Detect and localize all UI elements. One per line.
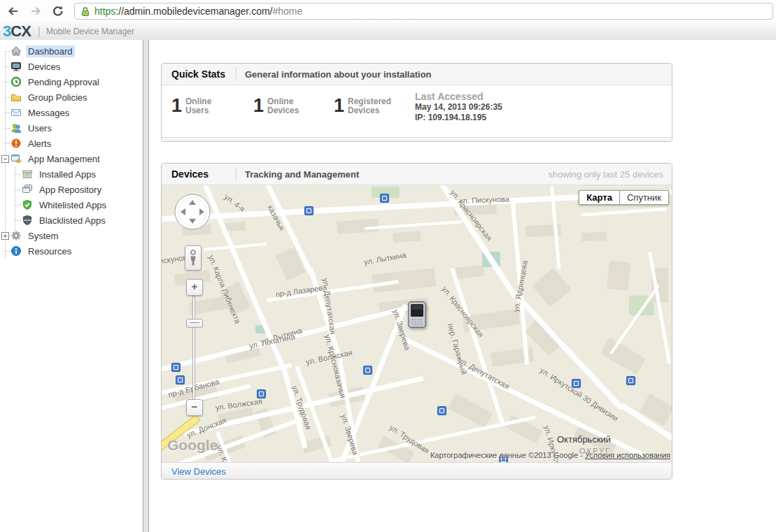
panel-subtitle: Tracking and Management <box>245 169 359 180</box>
zoom-out-button[interactable]: − <box>186 399 203 416</box>
sidebar-item-system[interactable]: +System <box>0 228 143 243</box>
sidebar-item-label: Whitelisted Apps <box>37 199 108 211</box>
quick-stats-header: Quick Stats General information about yo… <box>162 64 672 85</box>
last-accessed-datetime: May 14, 2013 09:26:35 <box>415 102 502 113</box>
transit-stop-icon <box>626 376 635 385</box>
address-bar[interactable]: https://admin.mobiledevicemanager.com/#h… <box>74 3 773 20</box>
sidebar-item-alerts[interactable]: Alerts <box>0 136 143 151</box>
stat-value: 1 <box>253 96 264 115</box>
street-view-pegman-icon[interactable] <box>185 245 202 271</box>
sidebar-item-resources[interactable]: Resources <box>0 243 143 259</box>
zoom-slider-track[interactable] <box>192 296 195 402</box>
map-road <box>365 220 463 230</box>
clock-icon <box>10 76 22 88</box>
sidebar-item-label: Alerts <box>26 138 53 150</box>
sidebar-item-messages[interactable]: Messages <box>0 105 143 120</box>
stat-label: OnlineDevices <box>267 97 299 115</box>
tree-connector <box>5 97 10 98</box>
collapse-icon[interactable]: − <box>1 155 9 163</box>
devices-panel: Devices Tracking and Management showing … <box>161 163 672 480</box>
stat-online-users: 1 OnlineUsers <box>171 96 211 115</box>
street-label: ул. Лыткина <box>363 250 407 266</box>
sidebar-item-users[interactable]: Users <box>0 120 143 136</box>
sidebar-item-whitelisted-apps[interactable]: Whitelisted Apps <box>0 197 143 213</box>
sidebar-item-installed-apps[interactable]: Installed Apps <box>0 166 143 182</box>
map-pan-control[interactable] <box>174 194 211 233</box>
devices-header: Devices Tracking and Management showing … <box>162 164 672 185</box>
url-host: ://admin.mobiledevicemanager.com/ <box>115 6 272 17</box>
quick-stats-panel: Quick Stats General information about yo… <box>161 63 672 142</box>
tree-connector <box>15 189 21 190</box>
sidebar-item-app-management[interactable]: −App Management <box>0 151 143 166</box>
back-icon[interactable] <box>4 2 22 20</box>
stat-registered-devices: 1 RegisteredDevices <box>334 96 391 115</box>
transit-stop-icon <box>304 206 313 215</box>
stat-online-devices: 1 OnlineDevices <box>253 96 299 115</box>
browser-toolbar: https://admin.mobiledevicemanager.com/#h… <box>0 0 776 23</box>
map-building <box>581 232 607 241</box>
url-scheme: https <box>94 6 115 17</box>
panel-title: Quick Stats <box>171 69 236 80</box>
panel-footer <box>162 137 672 142</box>
last-accessed-title: Last Accessed <box>415 91 502 102</box>
terms-link[interactable]: Условия использования <box>585 451 670 459</box>
device-marker-icon[interactable] <box>408 301 426 331</box>
quick-stats-body: 1 OnlineUsers 1 OnlineDevices 1 Register… <box>162 85 672 137</box>
forward-icon[interactable] <box>27 2 45 20</box>
map-type-map-button[interactable]: Карта <box>579 190 620 205</box>
expand-icon[interactable]: + <box>1 232 9 240</box>
transit-stop-icon <box>171 363 181 372</box>
stat-label: RegisteredDevices <box>348 97 391 115</box>
stat-value: 1 <box>171 96 182 115</box>
sidebar-item-app-repository[interactable]: App Repository <box>0 182 143 197</box>
tree-connector <box>5 128 10 129</box>
google-map[interactable]: ул. 4-яказачьяул. Пискуноваул. Пискунова… <box>162 185 672 462</box>
sidebar-item-label: Installed Apps <box>37 168 98 180</box>
sidebar-item-blacklisted-apps[interactable]: Blacklisted Apps <box>0 213 143 228</box>
sidebar-item-label: Messages <box>26 107 71 119</box>
tree-connector <box>5 143 10 144</box>
folder-icon <box>10 92 22 103</box>
map-building <box>393 231 421 243</box>
sidebar-item-pending-approval[interactable]: Pending Approval <box>0 74 143 89</box>
alert-icon <box>10 138 22 150</box>
tree-connector <box>5 66 10 67</box>
map-type-satellite-button[interactable]: Спутник <box>620 190 669 205</box>
logo-divider: | <box>38 25 41 38</box>
panel-subtitle: General information about your installat… <box>245 69 432 80</box>
sidebar-item-label: App Management <box>26 153 102 165</box>
sidebar-item-label: Pending Approval <box>26 76 101 88</box>
3cx-logo: 3CX <box>3 24 31 39</box>
map-building <box>456 265 484 279</box>
sidebar-item-group-policies[interactable]: Group Policies <box>0 89 143 105</box>
monitor-icon <box>10 61 22 73</box>
map-building <box>225 222 246 231</box>
zoom-slider-handle[interactable] <box>186 319 203 328</box>
zoom-in-button[interactable]: + <box>186 279 203 296</box>
sidebar-item-label: Blacklisted Apps <box>37 215 108 227</box>
pane-splitter[interactable] <box>143 40 149 532</box>
header-divider <box>236 168 237 180</box>
tree-connector <box>5 113 10 113</box>
sidebar-item-devices[interactable]: Devices <box>0 59 143 74</box>
sidebar-item-label: System <box>26 230 60 242</box>
map-building <box>607 261 630 290</box>
tree-connector <box>15 205 21 206</box>
view-devices-link[interactable]: View Devices <box>171 466 226 477</box>
devices-note: showing only last 25 devices <box>548 169 663 180</box>
screen: https://admin.mobiledevicemanager.com/#h… <box>0 0 776 532</box>
last-accessed-ip: IP: 109.194.18.195 <box>415 113 502 123</box>
map-road <box>609 285 660 355</box>
stat-label: OnlineUsers <box>185 97 211 115</box>
map-road <box>581 207 667 216</box>
tree-connector <box>5 51 10 52</box>
transit-stop-icon <box>363 366 372 375</box>
reload-icon[interactable] <box>49 2 67 20</box>
info-icon <box>10 245 22 257</box>
ssl-lock-icon[interactable] <box>80 6 90 17</box>
transit-stop-icon <box>437 406 446 415</box>
sidebar-item-dashboard[interactable]: Dashboard <box>0 43 143 59</box>
map-type-switcher: Карта Спутник <box>579 190 669 205</box>
url-fragment: #home <box>272 6 302 17</box>
app-header: 3CX | Mobile Device Manager <box>0 22 776 41</box>
